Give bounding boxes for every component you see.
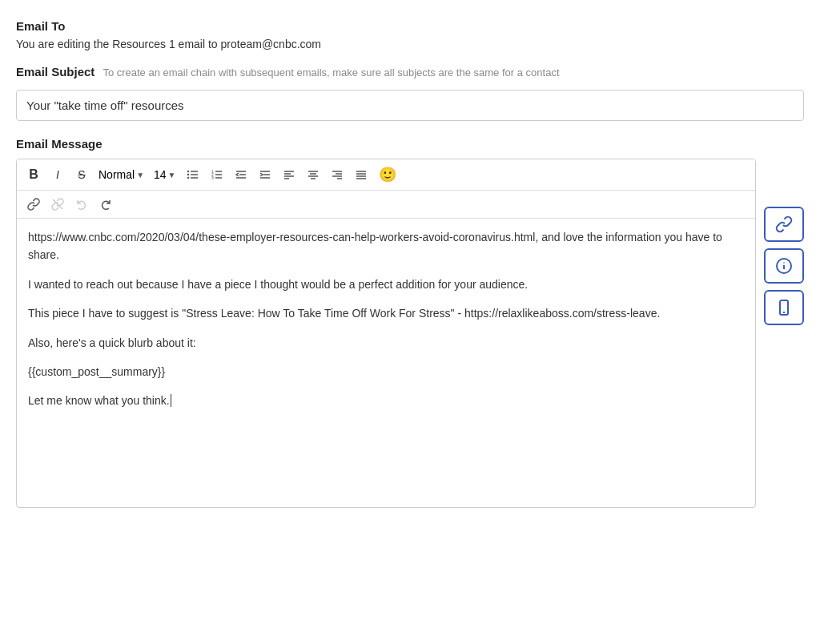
font-style-dropdown[interactable]: Normal ▼ [95, 167, 147, 183]
content-paragraph-2: I wanted to reach out because I have a p… [28, 276, 744, 293]
svg-text:3: 3 [211, 175, 214, 180]
side-mobile-button[interactable] [764, 290, 804, 325]
emoji-button[interactable]: 🙂 [375, 164, 400, 185]
toolbar-row-1: B I S Normal ▼ 14 ▼ [17, 159, 755, 191]
link-icon [27, 198, 40, 211]
side-mobile-icon [775, 299, 793, 316]
side-buttons-panel [764, 159, 804, 325]
email-to-section: Email To You are editing the Resources 1… [16, 19, 804, 50]
email-subject-input[interactable] [16, 90, 804, 121]
font-size-value: 14 [154, 168, 167, 181]
align-center-button[interactable] [303, 164, 324, 185]
redo-button[interactable] [95, 194, 116, 215]
subject-header-row: Email Subject To create an email chain w… [16, 65, 804, 83]
unlink-icon [51, 198, 64, 211]
unlink-button[interactable] [47, 194, 68, 215]
svg-point-37 [783, 262, 785, 264]
side-link-button[interactable] [764, 207, 804, 242]
strikethrough-button[interactable]: S [71, 164, 92, 185]
side-info-button[interactable] [764, 248, 804, 284]
email-subject-label: Email Subject [16, 65, 94, 78]
email-subject-hint: To create an email chain with subsequent… [102, 66, 559, 78]
text-cursor [171, 394, 171, 407]
unordered-list-icon [187, 168, 199, 181]
align-right-icon [331, 168, 344, 181]
font-size-dropdown[interactable]: 14 ▼ [151, 167, 179, 183]
bold-button[interactable]: B [23, 164, 44, 185]
link-button[interactable] [23, 194, 44, 215]
content-paragraph-1: https://www.cnbc.com/2020/03/04/these-em… [28, 228, 744, 264]
unordered-list-button[interactable] [183, 164, 203, 185]
email-to-label: Email To [16, 19, 804, 33]
svg-point-5 [187, 177, 188, 179]
italic-button[interactable]: I [47, 164, 68, 185]
align-left-button[interactable] [279, 164, 299, 185]
editor-wrapper: B I S Normal ▼ 14 ▼ [16, 159, 804, 508]
font-size-arrow: ▼ [168, 171, 176, 179]
align-justify-icon [355, 168, 368, 181]
email-message-section: Email Message B I S Normal ▼ 14 ▼ [16, 137, 804, 508]
emoji-icon: 🙂 [379, 166, 396, 183]
content-paragraph-6: Let me know what you think. [28, 392, 744, 409]
undo-icon [75, 198, 88, 211]
indent-increase-button[interactable] [255, 164, 275, 185]
content-paragraph-4: Also, here's a quick blurb about it: [28, 334, 744, 352]
content-paragraph-3: This piece I have to suggest is "Stress … [28, 304, 744, 322]
content-paragraph-5: {{custom_post__summary}} [28, 363, 744, 380]
toolbar-row-2 [17, 191, 755, 219]
indent-decrease-icon [235, 168, 247, 181]
email-message-label: Email Message [16, 137, 804, 151]
email-to-description: You are editing the Resources 1 email to… [16, 38, 804, 50]
email-subject-section: Email Subject To create an email chain w… [16, 65, 804, 121]
ordered-list-button[interactable]: 1 2 3 [207, 164, 227, 185]
align-left-icon [283, 168, 295, 181]
align-center-icon [307, 168, 320, 181]
align-justify-button[interactable] [351, 164, 372, 185]
redo-icon [99, 198, 112, 211]
indent-increase-icon [259, 168, 271, 181]
ordered-list-icon: 1 2 3 [211, 168, 223, 181]
svg-point-4 [187, 174, 188, 175]
svg-point-3 [187, 171, 188, 172]
editor-container: B I S Normal ▼ 14 ▼ [16, 159, 756, 508]
align-right-button[interactable] [327, 164, 348, 185]
font-style-arrow: ▼ [136, 171, 144, 179]
side-info-icon [775, 257, 793, 275]
editor-content[interactable]: https://www.cnbc.com/2020/03/04/these-em… [17, 219, 755, 507]
undo-button[interactable] [71, 194, 92, 215]
side-link-icon [775, 215, 793, 233]
editor-content-area[interactable]: https://www.cnbc.com/2020/03/04/these-em… [17, 219, 755, 507]
indent-decrease-button[interactable] [231, 164, 251, 185]
font-style-value: Normal [98, 168, 135, 181]
